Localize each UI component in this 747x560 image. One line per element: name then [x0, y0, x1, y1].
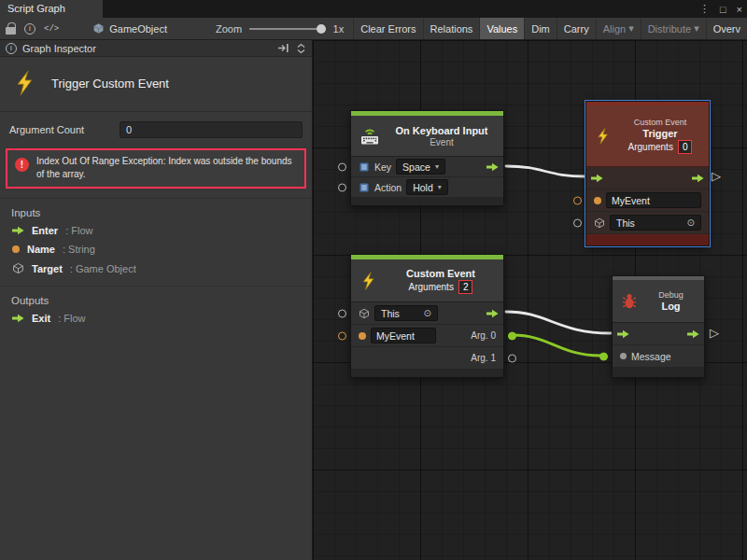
bug-icon [620, 292, 639, 311]
node-footer [351, 198, 503, 205]
node-subtitle: Event [430, 137, 454, 147]
node-category: Debug [658, 290, 684, 300]
gameobject-selector[interactable]: GameObject [109, 23, 167, 35]
page-title: Trigger Custom Event [51, 77, 169, 91]
flow-output-port[interactable] [687, 329, 699, 339]
relations-button[interactable]: Relations [423, 18, 480, 40]
graph-inspector-panel: i Graph Inspector Trigger Custom Event A… [0, 40, 313, 560]
node-on-keyboard-input[interactable]: On Keyboard Input Event Key Space ▾ [350, 110, 504, 206]
flow-arrow-icon [12, 226, 24, 235]
arguments-label: Arguments [628, 142, 673, 152]
dock-icon[interactable] [277, 43, 289, 53]
graph-toolbar: i </> GameObject Zoom 1x Clear Errors Re… [0, 18, 747, 40]
lightning-bolt-icon [11, 69, 39, 97]
wire-keyboard-to-trigger [506, 166, 585, 176]
zoom-slider[interactable] [249, 28, 326, 30]
argument-count-input[interactable] [120, 121, 303, 138]
flow-input-port[interactable] [591, 174, 603, 183]
port-trigger-name-input[interactable] [573, 196, 582, 204]
info-icon: i [6, 43, 17, 54]
port-message-input[interactable] [599, 352, 608, 360]
flow-output-port[interactable] [486, 309, 499, 318]
distribute-button[interactable]: Distribute▾ [641, 18, 706, 40]
lock-icon[interactable] [0, 18, 16, 40]
arg1-row: Arg. 1 [351, 347, 503, 370]
flow-arrow-icon [486, 309, 499, 318]
chevron-down-icon: ▾ [628, 22, 634, 35]
port-event-target-input[interactable] [338, 309, 346, 317]
wire-event-to-log [506, 312, 611, 333]
key-dropdown[interactable]: Space ▾ [396, 159, 445, 175]
action-dropdown[interactable]: Hold ▾ [406, 179, 448, 195]
arguments-count-badge: 0 [678, 140, 693, 154]
info-icon[interactable]: i [24, 18, 35, 40]
flow-arrow-icon [687, 329, 699, 339]
dim-button[interactable]: Dim [524, 18, 557, 40]
input-row-target: Target : Game Object [0, 259, 312, 278]
tab-bar: Script Graph ⋮ □ × [0, 0, 747, 18]
input-row-enter: Enter : Flow [0, 221, 312, 240]
flow-arrow-icon [617, 329, 629, 339]
target-object-field[interactable]: This ⊙ [374, 305, 438, 321]
zoom-label: Zoom [216, 23, 242, 35]
target-object-field[interactable]: This ⊙ [610, 215, 701, 231]
code-icon[interactable]: </> [44, 18, 59, 40]
node-title: Custom Event [406, 268, 475, 279]
action-label: Action [374, 182, 402, 193]
graph-canvas[interactable]: On Keyboard Input Event Key Space ▾ [313, 40, 747, 560]
align-button[interactable]: Align▾ [596, 18, 641, 40]
string-port-icon [359, 332, 366, 340]
argument-count-label: Argument Count [9, 124, 120, 135]
tab-script-graph[interactable]: Script Graph [0, 0, 103, 18]
overview-button[interactable]: Overv [706, 18, 747, 40]
unit-title-block: Trigger Custom Event [0, 57, 312, 112]
expand-collapse-icon[interactable] [296, 43, 306, 54]
flow-row [586, 167, 709, 189]
unity-visual-scripting-window: Script Graph ⋮ □ × i </> GameObject Zoom… [0, 0, 747, 560]
port-action-input[interactable] [338, 183, 346, 191]
input-row-name: Name : String [0, 240, 312, 259]
chevron-down-icon: ▾ [438, 183, 442, 191]
port-trigger-target-input[interactable] [573, 218, 582, 227]
maximize-icon[interactable]: □ [720, 4, 726, 15]
event-name-input[interactable] [606, 192, 701, 208]
port-arg1-output[interactable] [508, 354, 516, 362]
carry-button[interactable]: Carry [557, 18, 596, 40]
flow-arrow-icon [12, 314, 24, 323]
port-arg0-output[interactable] [508, 331, 516, 340]
zoom-slider-handle[interactable] [317, 24, 326, 34]
node-title: On Keyboard Input [396, 125, 488, 136]
event-name-input[interactable] [371, 328, 436, 343]
node-title: Trigger [642, 128, 677, 139]
flow-output-port[interactable] [486, 162, 499, 172]
event-name-row [586, 189, 709, 212]
flow-arrow-icon [486, 162, 499, 172]
zoom-value: 1x [333, 23, 345, 35]
error-icon: ! [15, 158, 29, 172]
close-icon[interactable]: × [737, 4, 742, 15]
outputs-heading: Outputs [0, 286, 312, 309]
string-port-icon [594, 197, 601, 204]
string-port-icon [12, 245, 20, 253]
flow-row [613, 323, 704, 345]
flow-input-port[interactable] [617, 329, 629, 339]
flow-output-port[interactable] [692, 174, 704, 183]
object-picker-icon[interactable]: ⊙ [687, 217, 695, 228]
node-footer [351, 370, 503, 377]
node-header: Debug Log [613, 280, 704, 323]
node-debug-log[interactable]: Debug Log Message [612, 275, 705, 378]
node-custom-event[interactable]: Custom Event Arguments 2 This ⊙ [350, 254, 504, 378]
message-row: Message [613, 345, 704, 368]
arg1-label: Arg. 1 [471, 353, 496, 363]
node-footer [613, 368, 704, 377]
object-picker-icon[interactable]: ⊙ [424, 308, 431, 318]
inputs-heading: Inputs [0, 198, 312, 221]
window-menu-icon[interactable]: ⋮ [699, 3, 710, 15]
port-event-name-input[interactable] [338, 331, 346, 340]
clear-errors-button[interactable]: Clear Errors [353, 18, 422, 40]
port-key-input[interactable] [338, 162, 346, 171]
gameobject-icon [92, 18, 105, 40]
values-button[interactable]: Values [479, 18, 524, 40]
node-trigger-custom-event[interactable]: Custom Event Trigger Arguments 0 [585, 101, 710, 246]
argument-count-field: Argument Count [0, 112, 312, 146]
